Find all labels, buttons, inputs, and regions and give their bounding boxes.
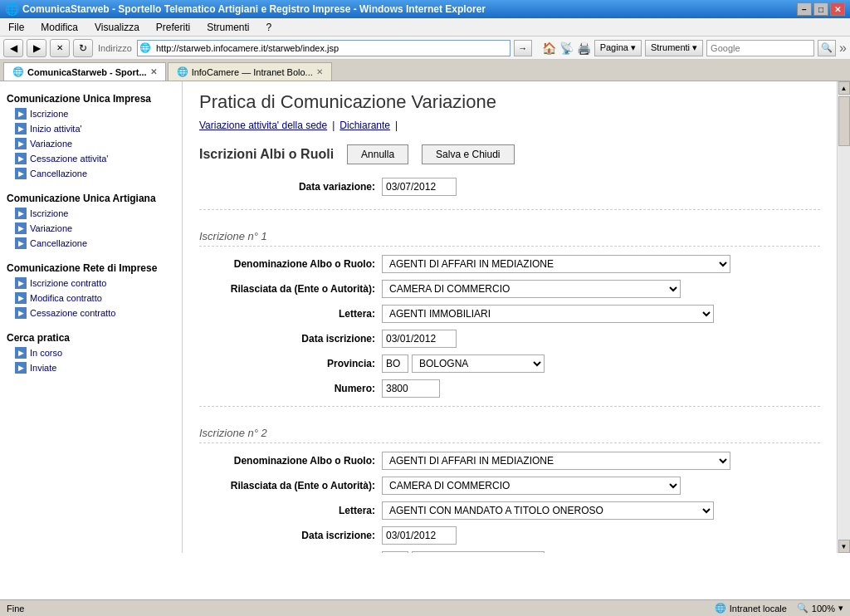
tab-infocamere[interactable]: 🌐 InfoCamere — Intranet Bolo... ✕ [168,62,332,81]
breadcrumb-sep1: | [332,120,335,131]
denominazione-1-select[interactable]: AGENTI DI AFFARI IN MEDIAZIONE [382,255,730,273]
close-button[interactable]: ✕ [830,2,845,16]
arrow-icon: ▶ [15,237,27,249]
main-layout: Comunicazione Unica Impresa ▶ Iscrizione… [0,81,850,553]
provincia-2-code-input[interactable] [382,551,408,553]
menu-file[interactable]: File [3,20,29,35]
data-iscrizione-1-label: Data iscrizione: [199,333,382,345]
stop-button[interactable]: ✕ [50,39,70,57]
arrow-icon: ▶ [15,277,27,289]
provincia-1-group: BOLOGNA [382,354,545,373]
denominazione-2-label: Denominazione Albo o Ruolo: [199,455,382,467]
menu-help[interactable]: ? [261,20,277,35]
rilasciata-1-label: Rilasciata da (Ente o Autorità): [199,283,382,295]
zoom-chevron-icon[interactable]: ▾ [838,603,843,614]
provincia-1-code-input[interactable] [382,354,408,373]
more-tools-icon[interactable]: » [839,41,847,56]
rilasciata-1-row: Rilasciata da (Ente o Autorità): CAMERA … [199,280,820,298]
scroll-thumb[interactable] [838,96,850,146]
sidebar-title-artigiana: Comunicazione Unica Artigiana [0,188,182,206]
maximize-button[interactable]: □ [813,2,828,16]
breadcrumb-dichiarante[interactable]: Dichiarante [340,120,390,131]
tab-close-icon[interactable]: ✕ [150,67,157,76]
search-input[interactable] [707,41,813,56]
lettera-2-select[interactable]: AGENTI CON MANDATO A TITOLO ONEROSO [382,501,714,520]
toolbar-icons: 🏠 📡 🖨️ [542,42,591,55]
sidebar-item-iscrizione1[interactable]: ▶ Iscrizione [0,106,182,121]
provincia-2-select[interactable]: BOLOGNA [412,551,545,553]
strumenti-button[interactable]: Strumenti ▾ [645,40,703,56]
arrow-icon: ▶ [15,222,27,234]
go-button[interactable]: → [514,40,532,56]
breadcrumb: Variazione attivita' della sede | Dichia… [199,120,820,131]
provincia-1-select[interactable]: BOLOGNA [412,354,545,373]
rilasciata-2-select[interactable]: CAMERA DI COMMERCIO [382,477,681,495]
tabs-bar: 🌐 ComunicaStarweb - Sport... ✕ 🌐 InfoCam… [0,60,850,81]
sidebar-section-rete: Comunicazione Rete di Imprese ▶ Iscrizio… [0,257,182,320]
refresh-button[interactable]: ↻ [73,39,93,57]
menu-preferiti[interactable]: Preferiti [151,20,195,35]
rilasciata-1-select[interactable]: CAMERA DI COMMERCIO [382,280,681,298]
sidebar-label: Iscrizione [30,109,68,119]
menu-strumenti[interactable]: Strumenti [202,20,254,35]
rilasciata-2-row: Rilasciata da (Ente o Autorità): CAMERA … [199,477,820,495]
sidebar-item-modifica-contratto[interactable]: ▶ Modifica contratto [0,291,182,306]
address-input[interactable] [153,41,510,56]
arrow-icon: ▶ [15,307,27,319]
provincia-1-label: Provincia: [199,358,382,369]
sidebar-section-cerca: Cerca pratica ▶ In corso ▶ Inviate [0,327,182,375]
content-area: Pratica di Comunicazione Variazione Vari… [183,81,837,553]
feeds-icon[interactable]: 📡 [559,42,574,55]
denominazione-1-row: Denominazione Albo o Ruolo: AGENTI DI AF… [199,255,820,273]
sidebar-label: In corso [30,348,62,358]
sidebar-label: Cessazione contratto [30,308,115,318]
iscrizioni-title: Iscrizioni Albi o Ruoli [199,147,334,162]
sidebar-item-cessazione-contratto[interactable]: ▶ Cessazione contratto [0,306,182,320]
data-variazione-input[interactable] [382,178,457,196]
intranet-status: 🌐 Intranet locale [715,603,787,614]
sidebar-label: Inizio attivita' [30,124,82,134]
scroll-down-button[interactable]: ▼ [838,540,850,553]
sidebar-item-inviate[interactable]: ▶ Inviate [0,360,182,375]
data-variazione-label: Data variazione: [199,181,382,193]
minimize-button[interactable]: − [797,2,812,16]
sidebar-item-cessazione-attivita[interactable]: ▶ Cessazione attivita' [0,151,182,166]
breadcrumb-sep2: | [395,120,398,131]
sidebar-item-iscrizione-contratto[interactable]: ▶ Iscrizione contratto [0,276,182,291]
address-bar: ◀ ▶ ✕ ↻ Indirizzo 🌐 → 🏠 📡 🖨️ Pagina ▾ St… [0,37,850,60]
print-icon[interactable]: 🖨️ [577,42,591,55]
arrow-icon: ▶ [15,138,27,149]
menu-modifica[interactable]: Modifica [36,20,83,35]
numero-1-input[interactable] [382,379,440,398]
sidebar-item-in-corso[interactable]: ▶ In corso [0,345,182,360]
salva-button[interactable]: Salva e Chiudi [422,144,514,164]
sidebar-item-cancellazione2[interactable]: ▶ Cancellazione [0,236,182,251]
tab-icon: 🌐 [12,66,24,77]
pagina-button[interactable]: Pagina ▾ [594,40,642,56]
breadcrumb-variazione[interactable]: Variazione attivita' della sede [199,120,327,131]
scrollbar[interactable]: ▲ ▼ [837,81,850,553]
home-icon[interactable]: 🏠 [542,42,556,55]
sidebar-label: Cancellazione [30,238,87,248]
sidebar-item-variazione2[interactable]: ▶ Variazione [0,221,182,236]
sidebar-item-variazione1[interactable]: ▶ Variazione [0,136,182,151]
search-go-button[interactable]: 🔍 [818,40,836,56]
provincia-1-row: Provincia: BOLOGNA [199,354,820,373]
denominazione-2-select[interactable]: AGENTI DI AFFARI IN MEDIAZIONE [382,452,730,470]
tab-comunicastarweb[interactable]: 🌐 ComunicaStarweb - Sport... ✕ [3,62,166,81]
lettera-1-select[interactable]: AGENTI IMMOBILIARI [382,305,714,323]
zoom-label: 100% [812,604,835,614]
tab-close2-icon[interactable]: ✕ [316,67,323,76]
sidebar-item-iscrizione2[interactable]: ▶ Iscrizione [0,206,182,221]
back-button[interactable]: ◀ [3,39,23,57]
menu-visualizza[interactable]: Visualizza [90,20,144,35]
arrow-icon: ▶ [15,292,27,304]
sidebar-item-inizio-attivita[interactable]: ▶ Inizio attivita' [0,121,182,136]
title-bar-text: ComunicaStarweb - Sportello Telematico A… [22,3,486,15]
data-iscrizione-1-input[interactable] [382,330,457,348]
data-iscrizione-2-input[interactable] [382,526,457,545]
annulla-button[interactable]: Annulla [347,144,408,164]
scroll-up-button[interactable]: ▲ [838,81,850,95]
sidebar-item-cancellazione1[interactable]: ▶ Cancellazione [0,166,182,181]
forward-button[interactable]: ▶ [27,39,46,57]
